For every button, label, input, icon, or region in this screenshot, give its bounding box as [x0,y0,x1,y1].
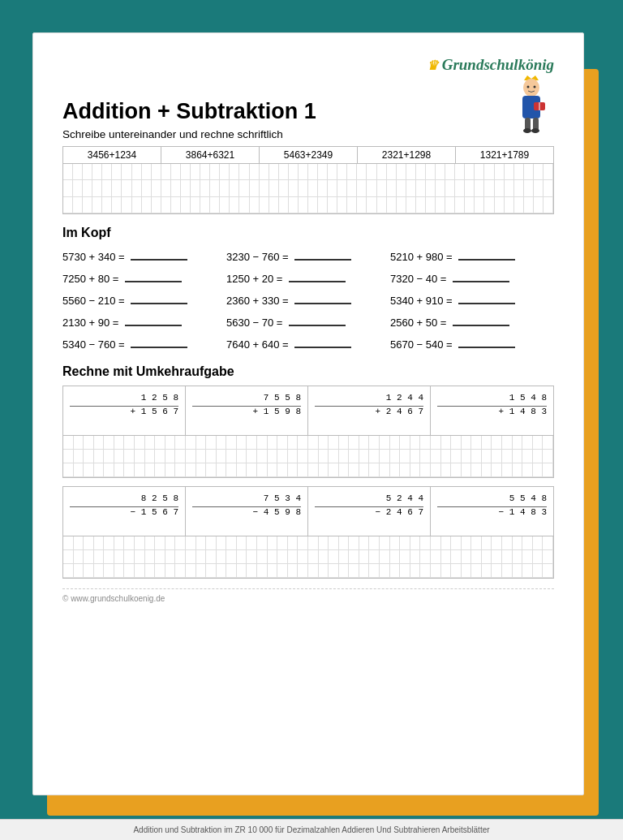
problems-row: 3456+1234 3864+6321 5463+2349 2321+1298 … [62,146,554,164]
mm-r5-c3: 5670 − 540 = [390,336,554,353]
upper-calc-1: 1 2 5 8 + 1 5 6 7 [63,386,186,435]
upper-answer-grid: (function(){ const grid = document.query… [62,436,554,478]
mm-r2-c3: 7320 − 40 = [390,270,554,287]
lower-calc-1: 8 2 5 8 − 1 5 6 7 [63,487,186,536]
character-illustration [509,74,554,139]
upper-calc-2: 7 5 5 8 + 1 5 9 8 [186,386,308,435]
rechne-title: Rechne mit Umkehraufgabe [62,364,554,379]
lower-answer-grid: (function(){ const grid = document.query… [62,536,554,579]
mm-r4-c2: 5630 − 70 = [226,314,390,331]
problem-2: 3864+6321 [161,147,260,163]
problem-4: 2321+1298 [358,147,456,163]
problem-3: 5463+2349 [260,147,358,163]
mm-r3-c2: 2360 + 330 = [226,292,390,309]
mm-r3-c3: 5340 + 910 = [390,292,554,309]
bottom-status-bar: Addition und Subtraktion im ZR 10 000 fü… [0,819,623,840]
svg-point-1 [523,79,539,97]
mental-math-section: 5730 + 340 = 3230 − 760 = 5210 + 980 = 7… [62,248,554,353]
svg-point-9 [523,128,531,133]
lower-calc-problems: 8 2 5 8 − 1 5 6 7 7 5 3 4 − 4 5 9 8 5 2 … [62,486,554,536]
mm-r4-c1: 2130 + 90 = [62,314,226,331]
svg-point-10 [531,128,539,133]
svg-point-2 [527,86,530,88]
lower-calc-2: 7 5 3 4 − 4 5 9 8 [186,487,308,536]
mm-r1-c2: 3230 − 760 = [226,248,390,265]
upper-calc-4: 1 5 4 8 + 1 4 8 3 [431,386,553,435]
mm-r1-c1: 5730 + 340 = [62,248,226,265]
brand-logo: ♛ Grundschulkönig [427,56,554,74]
mm-r2-c1: 7250 + 80 = [62,270,226,287]
problem-5: 1321+1789 [456,147,553,163]
lower-calc-3: 5 2 4 4 − 2 4 6 7 [308,487,431,536]
mm-r1-c3: 5210 + 980 = [390,248,554,265]
problem-1: 3456+1234 [63,147,161,163]
worksheet: ♛ Grundschulkönig [32,32,584,795]
mm-r2-c2: 1250 + 20 = [226,270,390,287]
upper-calc-3: 1 2 4 4 + 2 4 6 7 [308,386,431,435]
footer: © www.grundschulkoenig.de [62,588,554,603]
mm-r4-c3: 2560 + 50 = [390,314,554,331]
lower-calc-4: 5 5 4 8 − 1 4 8 3 [431,487,553,536]
upper-calc-problems: 1 2 5 8 + 1 5 6 7 7 5 5 8 + 1 5 9 8 1 2 … [62,386,554,436]
im-kopf-title: Im Kopf [62,226,554,240]
svg-point-3 [534,86,536,88]
written-calc-grid: (function(){ const grid = document.query… [62,164,554,214]
mm-r3-c1: 5560 − 210 = [62,292,226,309]
mm-r5-c2: 7640 + 640 = [226,336,390,353]
mm-r5-c1: 5340 − 760 = [62,336,226,353]
